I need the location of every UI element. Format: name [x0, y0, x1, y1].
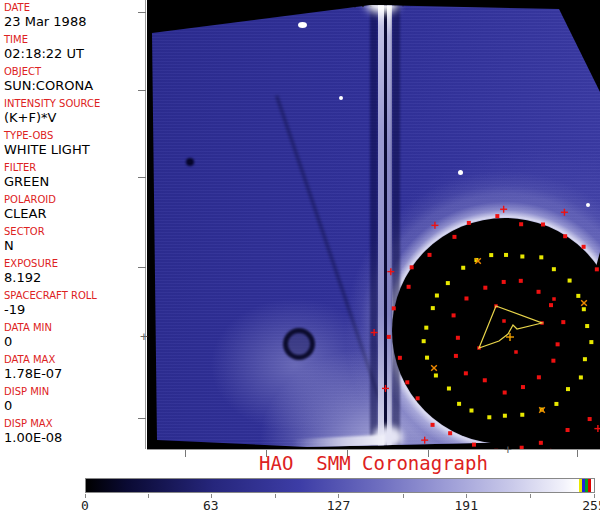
- inner-red-squares-dot: [537, 375, 541, 379]
- yellow-squares-dot: [446, 281, 450, 285]
- yellow-squares-dot: [554, 402, 558, 406]
- field-label: POLAROID: [4, 194, 145, 206]
- field-label: INTENSITY SOURCE: [4, 98, 145, 110]
- outer-red-squares-dot: [595, 267, 599, 271]
- outer-red-squares-dot: [588, 417, 592, 421]
- field-label: DISP MIN: [4, 386, 145, 398]
- cross-red-marks-dot: [561, 209, 568, 216]
- field-label: TYPE-OBS: [4, 130, 145, 142]
- yellow-squares-dot: [503, 414, 507, 418]
- field-value: 1.00E-08: [4, 430, 145, 445]
- yellow-squares-dot: [583, 357, 587, 361]
- colorbar-label: 191: [454, 498, 477, 512]
- yellow-squares-dot: [576, 294, 580, 298]
- outer-red-squares-dot: [582, 245, 586, 249]
- metadata-sidebar: DATE23 Mar 1988TIME02:18:22 UTOBJECTSUN:…: [0, 0, 146, 449]
- cross-red-marks-dot: [371, 329, 378, 336]
- yellow-squares-dot: [434, 373, 438, 377]
- field-value: 1.78E-07: [4, 366, 145, 381]
- field-label: EXPOSURE: [4, 258, 145, 270]
- yellow-squares-dot: [520, 254, 524, 258]
- inner-red-squares-dot: [483, 286, 487, 290]
- outer-red-squares-dot: [405, 380, 409, 384]
- field-value: 02:18:22 UT: [4, 46, 145, 61]
- yellow-squares-dot: [487, 415, 491, 419]
- field-filter: FILTERGREEN: [4, 162, 145, 189]
- left-frame-cross: +: [140, 332, 148, 342]
- field-value: WHITE LIGHT: [4, 142, 145, 157]
- field-label: SECTOR: [4, 226, 145, 238]
- inner-red-squares-dot: [464, 371, 468, 375]
- colorbar-label: 127: [327, 498, 350, 512]
- yellow-squares-dot: [457, 402, 461, 406]
- inner-red-squares-dot: [464, 296, 468, 300]
- inner-red-squares-dot: [454, 354, 458, 358]
- field-value: (K+F)*V: [4, 110, 145, 125]
- outer-red-squares-dot: [416, 396, 420, 400]
- inner-red-squares-dot: [556, 342, 560, 346]
- cross-red-marks-dot: [421, 437, 428, 444]
- yellow-squares-dot: [552, 267, 556, 271]
- instrument-caption: HAO SMM Coronagraph: [147, 452, 600, 474]
- outer-red-squares-dot: [566, 428, 570, 432]
- intensity-colorbar: [85, 478, 595, 493]
- occulting-disk: [392, 218, 600, 444]
- field-date: DATE23 Mar 1988: [4, 2, 145, 29]
- inner-red-squares-dot: [519, 279, 523, 283]
- yellow-squares-dot: [422, 339, 426, 343]
- inner-red-squares-dot: [551, 359, 555, 363]
- field-label: DATA MAX: [4, 354, 145, 366]
- field-intensity-source: INTENSITY SOURCE(K+F)*V: [4, 98, 145, 125]
- left-frame-tick: [138, 90, 146, 91]
- field-value: 0: [4, 398, 145, 413]
- field-data-max: DATA MAX1.78E-07: [4, 354, 145, 381]
- outer-red-squares-dot: [392, 306, 396, 310]
- field-spacecraft-roll: SPACECRAFT ROLL-19: [4, 290, 145, 317]
- outer-red-squares-dot: [467, 221, 471, 225]
- field-label: OBJECT: [4, 66, 145, 78]
- outer-red-squares-dot: [563, 234, 567, 238]
- field-value: -19: [4, 302, 145, 317]
- cross-red-marks-dot: [500, 206, 507, 213]
- field-sector: SECTORN: [4, 226, 145, 253]
- yellow-squares-dot: [520, 413, 524, 417]
- yellow-squares-dot: [469, 409, 473, 413]
- outer-red-squares-dot: [495, 214, 499, 218]
- yellow-squares-dot: [425, 356, 429, 360]
- yellow-squares-dot: [582, 307, 586, 311]
- inner-red-squares-dot: [456, 336, 460, 340]
- outer-red-squares-dot: [448, 431, 452, 435]
- inner-red-squares-dot: [537, 290, 541, 294]
- inner-red-squares-dot: [549, 303, 553, 307]
- outer-red-squares-dot: [520, 446, 524, 449]
- left-frame-tick: [138, 177, 146, 178]
- outer-red-squares-dot: [407, 285, 411, 289]
- field-polaroid: POLAROIDCLEAR: [4, 194, 145, 221]
- extra-red-dot: [552, 297, 556, 301]
- left-frame-tick: [138, 267, 146, 268]
- outer-red-squares-dot: [539, 441, 543, 445]
- yellow-squares-dot: [431, 306, 435, 310]
- inner-red-squares-dot: [521, 385, 525, 389]
- field-label: DATE: [4, 2, 145, 14]
- field-object: OBJECTSUN:CORONA: [4, 66, 145, 93]
- yellow-squares-dot: [461, 266, 465, 270]
- yellow-squares-dot: [585, 324, 589, 328]
- field-value: 8.192: [4, 270, 145, 285]
- outer-red-squares-dot: [541, 222, 545, 226]
- cross-red-marks-dot: [382, 385, 389, 392]
- outer-red-squares-dot: [387, 335, 391, 339]
- left-frame-tick: [138, 418, 146, 419]
- inner-red-squares-dot: [483, 378, 487, 382]
- coronagraph-image-window: [147, 0, 600, 450]
- yellow-squares-dot: [447, 386, 451, 390]
- outer-red-squares-dot: [519, 222, 523, 226]
- colorbar-tick: [148, 494, 149, 498]
- field-value: GREEN: [4, 174, 145, 189]
- field-value: SUN:CORONA: [4, 78, 145, 93]
- outer-red-squares-dot: [410, 265, 414, 269]
- inner-red-squares-dot: [452, 313, 456, 317]
- left-frame-tick: [138, 12, 146, 13]
- yellow-squares-dot: [579, 375, 583, 379]
- colorbar-label: 0: [81, 498, 89, 512]
